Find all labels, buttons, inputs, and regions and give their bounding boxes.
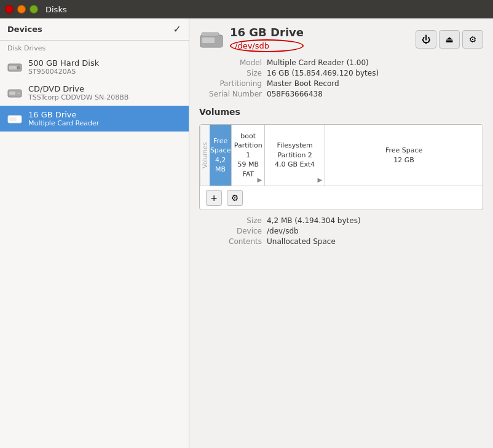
sidebar-item-cdrom[interactable]: CD/DVD Drive TSSTcorp CDDVDW SN-208BB — [0, 80, 189, 106]
cdrom-sub: TSSTcorp CDDVDW SN-208BB — [28, 93, 128, 101]
vol-device-label: Device — [199, 227, 267, 235]
drive-title: 16 GB Drive — [230, 26, 304, 39]
cardreader-name: 16 GB Drive — [28, 110, 99, 119]
partition-gear-icon: ⚙ — [231, 193, 239, 203]
svg-point-2 — [17, 66, 20, 69]
volume-info: Size 4,2 MB (4.194.304 bytes) Device /de… — [199, 216, 483, 246]
gear-icon: ⚙ — [469, 34, 477, 44]
cdrom-info: CD/DVD Drive TSSTcorp CDDVDW SN-208BB — [28, 84, 128, 101]
sidebar-title: Devices — [7, 25, 42, 34]
app-body: Devices ✓ Disk Drives 500 GB Hard Disk S… — [0, 18, 493, 448]
model-label: Model — [199, 58, 267, 67]
cardreader-info: 16 GB Drive Multiple Card Reader — [28, 110, 99, 127]
power-icon: ⏻ — [422, 34, 430, 44]
svg-point-5 — [17, 92, 20, 95]
cardreader-icon — [7, 113, 22, 124]
sidebar-section-label: Disk Drives — [0, 41, 189, 54]
partitioning-label: Partitioning — [199, 79, 267, 88]
sidebar-header: Devices ✓ — [0, 18, 189, 41]
serial-value: 058F63666438 — [267, 90, 483, 98]
hdd-sub: ST9500420AS — [28, 68, 99, 76]
vol-contents-value: Unallocated Space — [267, 237, 483, 246]
add-partition-button[interactable]: + — [206, 190, 222, 206]
partition-free-space-2[interactable]: Free Space 12 GB — [325, 125, 483, 186]
model-value: Multiple Card Reader (1.00) — [267, 58, 483, 67]
partition-label-fs: Filesystem Partition 2 4,0 GB Ext4 — [275, 141, 315, 169]
eject-button[interactable]: ⏏ — [439, 30, 460, 49]
partition-label-free2: Free Space 12 GB — [385, 146, 422, 165]
cdrom-icon — [7, 87, 22, 98]
svg-rect-4 — [9, 92, 15, 95]
sidebar-check-icon[interactable]: ✓ — [173, 23, 181, 35]
cdrom-name: CD/DVD Drive — [28, 84, 128, 93]
hdd-info: 500 GB Hard Disk ST9500420AS — [28, 58, 99, 76]
drive-info-table: Model Multiple Card Reader (1.00) Size 1… — [199, 58, 483, 98]
partition-label-boot: boot Partition 1 59 MB FAT — [232, 132, 264, 179]
svg-rect-9 — [202, 37, 215, 43]
toolbar-buttons: ⏻ ⏏ ⚙ — [416, 30, 483, 49]
partitioning-value: Master Boot Record — [267, 79, 483, 88]
vol-contents-label: Contents — [199, 237, 267, 246]
cardreader-sub: Multiple Card Reader — [28, 119, 99, 127]
volumes-title: Volumes — [199, 107, 483, 117]
partition-boot[interactable]: boot Partition 1 59 MB FAT ▶ — [232, 125, 265, 186]
vol-side-label: Volumes — [200, 125, 210, 186]
sidebar-item-hdd[interactable]: 500 GB Hard Disk ST9500420AS — [0, 54, 189, 80]
drive-dev-badge: /dev/sdb — [230, 39, 304, 52]
main-content: 16 GB Drive /dev/sdb ⏻ ⏏ ⚙ Model Multipl… — [189, 18, 493, 448]
partition-fs[interactable]: Filesystem Partition 2 4,0 GB Ext4 ▶ — [265, 125, 325, 186]
svg-rect-7 — [9, 117, 17, 121]
titlebar: Disks — [0, 0, 493, 18]
power-button[interactable]: ⏻ — [416, 30, 436, 49]
hdd-name: 500 GB Hard Disk — [28, 58, 99, 68]
partition-label-free1: Free Space 4,2 MB — [210, 136, 231, 175]
fs-arrow: ▶ — [318, 176, 323, 183]
sidebar: Devices ✓ Disk Drives 500 GB Hard Disk S… — [0, 18, 189, 448]
size-label: Size — [199, 69, 267, 77]
drive-header: 16 GB Drive /dev/sdb ⏻ ⏏ ⚙ — [199, 26, 483, 52]
vol-size-label: Size — [199, 216, 267, 225]
boot-arrow: ▶ — [258, 176, 262, 183]
size-value: 16 GB (15.854.469.120 bytes) — [267, 69, 483, 77]
partition-settings-button[interactable]: ⚙ — [227, 190, 243, 206]
minimize-button[interactable] — [17, 5, 26, 14]
sidebar-item-cardreader[interactable]: 16 GB Drive Multiple Card Reader — [0, 106, 189, 132]
drive-icon — [199, 30, 224, 49]
vol-device-value: /dev/sdb — [267, 227, 483, 235]
svg-rect-10 — [202, 33, 219, 36]
app-title: Disks — [45, 5, 67, 14]
partition-toolbar: + ⚙ — [200, 186, 483, 210]
close-button[interactable] — [5, 5, 14, 14]
hdd-icon — [7, 61, 22, 73]
vol-size-value: 4,2 MB (4.194.304 bytes) — [267, 216, 483, 225]
maximize-button[interactable] — [30, 5, 38, 14]
eject-icon: ⏏ — [445, 34, 453, 44]
gear-button[interactable]: ⚙ — [462, 30, 483, 49]
partition-free-space-1[interactable]: Free Space 4,2 MB — [210, 125, 232, 186]
partition-bar: Volumes Free Space 4,2 MB boot Partition… — [200, 125, 483, 186]
svg-rect-1 — [9, 66, 17, 69]
serial-label: Serial Number — [199, 90, 267, 98]
add-icon: + — [210, 193, 218, 203]
volumes-container: Volumes Free Space 4,2 MB boot Partition… — [199, 124, 483, 210]
drive-name-block: 16 GB Drive /dev/sdb — [230, 26, 304, 52]
drive-title-area: 16 GB Drive /dev/sdb — [199, 26, 304, 52]
